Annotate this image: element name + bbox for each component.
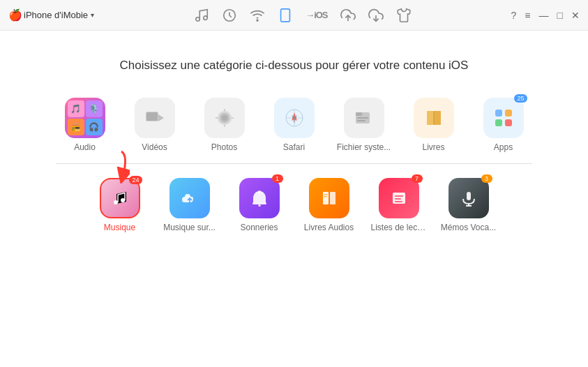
svg-rect-45 bbox=[324, 196, 327, 197]
category-videos[interactable]: Vidéos bbox=[127, 98, 183, 152]
device-name[interactable]: iPhone d'iMobie ▾ bbox=[24, 10, 94, 20]
svg-rect-26 bbox=[357, 117, 368, 119]
svg-rect-25 bbox=[356, 112, 362, 116]
svg-rect-28 bbox=[427, 111, 434, 125]
category-music[interactable]: 24 Musique bbox=[92, 178, 148, 232]
svg-marker-10 bbox=[158, 114, 164, 121]
category-music-cloud[interactable]: Musique sur... bbox=[162, 178, 218, 232]
close-button[interactable]: ✕ bbox=[571, 10, 580, 21]
svg-rect-38 bbox=[252, 202, 266, 204]
svg-rect-41 bbox=[323, 192, 329, 204]
category-ringtones-label: Sonneries bbox=[240, 223, 278, 232]
category-photos[interactable]: Photos bbox=[197, 98, 252, 152]
svg-rect-29 bbox=[434, 111, 441, 125]
svg-rect-50 bbox=[467, 192, 471, 200]
svg-rect-32 bbox=[505, 110, 512, 117]
category-videos-label: Vidéos bbox=[142, 142, 167, 152]
svg-rect-34 bbox=[505, 119, 512, 126]
category-music-cloud-label: Musique sur... bbox=[163, 223, 216, 232]
category-voicememos[interactable]: 3 Mémos Voca... bbox=[441, 178, 497, 232]
category-photos-label: Photos bbox=[211, 142, 237, 152]
window-controls: ? ≡ — □ ✕ bbox=[511, 10, 580, 21]
help-button[interactable]: ? bbox=[511, 10, 517, 21]
category-playlists[interactable]: 7 Listes de lect... bbox=[371, 178, 427, 232]
clock-nav-icon[interactable] bbox=[222, 8, 237, 23]
svg-rect-44 bbox=[324, 194, 328, 195]
music-nav-icon[interactable] bbox=[194, 8, 209, 23]
svg-point-40 bbox=[258, 190, 261, 193]
svg-rect-47 bbox=[395, 195, 403, 197]
music-badge: 24 bbox=[129, 176, 142, 184]
apple-logo-icon: 🍎 bbox=[8, 10, 20, 21]
svg-point-35 bbox=[114, 200, 118, 204]
sync-nav-icon[interactable] bbox=[250, 8, 265, 23]
ios-nav-icon[interactable]: →iOS bbox=[306, 10, 327, 20]
svg-rect-48 bbox=[395, 198, 401, 200]
voicememos-badge: 3 bbox=[481, 174, 492, 183]
category-apps[interactable]: 25 Apps bbox=[476, 98, 532, 152]
category-safari-label: Safari bbox=[283, 142, 305, 152]
cloud-down-nav-icon[interactable] bbox=[368, 8, 384, 23]
svg-point-1 bbox=[204, 15, 208, 19]
svg-rect-31 bbox=[495, 110, 502, 117]
category-safari[interactable]: Safari bbox=[266, 98, 322, 152]
category-books-label: Livres bbox=[422, 142, 444, 152]
device-nav-icon[interactable] bbox=[278, 8, 293, 23]
svg-point-36 bbox=[121, 198, 125, 202]
svg-rect-9 bbox=[146, 112, 158, 121]
titlebar: 🍎 iPhone d'iMobie ▾ bbox=[0, 0, 588, 31]
svg-rect-33 bbox=[495, 119, 502, 126]
chevron-down-icon: ▾ bbox=[91, 11, 94, 19]
minimize-button[interactable]: — bbox=[539, 10, 549, 21]
category-row-2: 24 Musique bbox=[28, 178, 560, 232]
category-ringtones[interactable]: 1 Sonneries bbox=[232, 178, 287, 232]
category-files[interactable]: Fichier syste... bbox=[336, 98, 392, 152]
category-audiobooks[interactable]: Livres Audios bbox=[301, 178, 357, 232]
tshirt-nav-icon[interactable] bbox=[396, 8, 412, 23]
svg-point-13 bbox=[222, 115, 227, 121]
category-audio[interactable]: 🎵 🎙️ 📻 🎧 Audio bbox=[57, 98, 113, 152]
svg-rect-49 bbox=[395, 201, 402, 202]
category-voicememos-label: Mémos Voca... bbox=[441, 223, 496, 232]
svg-point-0 bbox=[196, 17, 200, 21]
playlists-badge: 7 bbox=[412, 174, 423, 183]
category-files-label: Fichier syste... bbox=[337, 142, 391, 152]
apps-badge: 25 bbox=[514, 94, 527, 103]
menu-button[interactable]: ≡ bbox=[525, 10, 530, 21]
category-audio-label: Audio bbox=[74, 142, 96, 152]
category-section: 🎵 🎙️ 📻 🎧 Audio Vidéos bbox=[0, 98, 588, 244]
svg-rect-27 bbox=[357, 120, 365, 121]
maximize-button[interactable]: □ bbox=[557, 10, 563, 21]
main-content: Choisissez une catégorie ci-dessous pour… bbox=[0, 31, 588, 244]
category-row-1: 🎵 🎙️ 📻 🎧 Audio Vidéos bbox=[28, 98, 560, 152]
svg-point-3 bbox=[257, 20, 258, 21]
nav-icons: →iOS bbox=[194, 8, 411, 23]
ringtones-badge: 1 bbox=[272, 174, 283, 183]
category-books[interactable]: Livres bbox=[406, 98, 462, 152]
row-divider bbox=[56, 163, 532, 164]
category-audiobooks-label: Livres Audios bbox=[304, 223, 354, 232]
category-music-label: Musique bbox=[104, 223, 135, 232]
category-playlists-label: Listes de lect... bbox=[371, 223, 427, 232]
page-title: Choisissez une catégorie ci-dessous pour… bbox=[120, 59, 469, 73]
svg-rect-42 bbox=[330, 192, 336, 204]
category-apps-label: Apps bbox=[494, 142, 513, 152]
cloud-up-nav-icon[interactable] bbox=[340, 8, 356, 23]
svg-rect-39 bbox=[258, 204, 261, 207]
